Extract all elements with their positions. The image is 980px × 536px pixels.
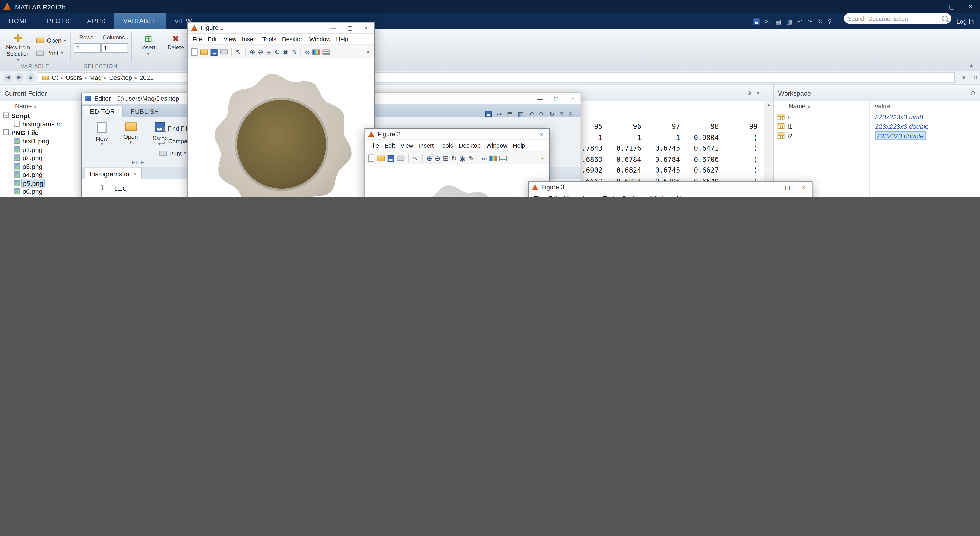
close-document-icon[interactable]: × — [133, 171, 136, 177]
brush-icon[interactable]: ✎ — [468, 154, 474, 162]
forward-button[interactable]: ▶ — [15, 73, 24, 82]
menu-file[interactable]: File — [533, 195, 543, 198]
tab-publish[interactable]: PUBLISH — [123, 106, 167, 118]
ribbon-tab-plots[interactable]: PLOTS — [38, 13, 78, 29]
menu-edit[interactable]: Edit — [208, 36, 218, 43]
link-icon[interactable]: ∞ — [305, 48, 310, 56]
maximize-button[interactable]: ▢ — [548, 95, 565, 102]
workspace-column-headers[interactable]: Name ▴ Value — [774, 101, 980, 111]
tab-histograms-m[interactable]: histograms.m × — [84, 168, 142, 179]
menu-view[interactable]: View — [564, 195, 577, 198]
menu-tools[interactable]: Tools — [439, 142, 453, 149]
menu-insert[interactable]: Insert — [582, 195, 598, 198]
variable-i2[interactable]: i2223x223 double — [774, 131, 980, 140]
print-icon[interactable] — [397, 156, 404, 161]
ribbon-tab-home[interactable]: HOME — [0, 13, 38, 29]
ribbon-tab-variable[interactable]: VARIABLE — [115, 13, 165, 29]
close-button[interactable]: × — [358, 25, 374, 31]
menu-view[interactable]: View — [224, 36, 236, 43]
data-cursor-icon[interactable]: ◉ — [460, 154, 465, 162]
new-document-tab[interactable]: + — [142, 168, 156, 179]
link-icon[interactable]: ∞ — [482, 154, 487, 162]
pointer-icon[interactable]: ↖ — [235, 48, 241, 56]
menu-edit[interactable]: Edit — [385, 142, 395, 149]
breadcrumb[interactable]: C:▸Users▸Mag▸Desktop▸2021 — [38, 72, 955, 83]
close-button[interactable]: × — [795, 184, 812, 190]
minimize-button[interactable]: — — [532, 95, 548, 102]
minimize-button[interactable]: — — [501, 131, 517, 137]
breadcrumb-segment[interactable]: Mag — [89, 74, 102, 81]
rows-input[interactable]: 1 — [74, 43, 100, 53]
menu-edit[interactable]: Edit — [548, 195, 558, 198]
menu-window[interactable]: Window — [486, 142, 508, 149]
rotate-3d-icon[interactable]: ↻ — [451, 154, 457, 162]
collapse-group-icon[interactable]: − — [3, 130, 9, 135]
delete-button[interactable]: ✖ Delete — [161, 33, 190, 51]
toolbar-overflow-icon[interactable]: » — [366, 49, 371, 55]
rotate-3d-icon[interactable]: ↻ — [274, 48, 280, 56]
menu-file[interactable]: File — [192, 36, 202, 43]
breadcrumb-segment[interactable]: Desktop — [109, 74, 132, 81]
new-document-icon[interactable] — [191, 48, 197, 56]
brush-icon[interactable]: ✎ — [291, 48, 297, 56]
menu-help[interactable]: Help — [677, 195, 689, 198]
menu-desktop[interactable]: Desktop — [623, 195, 644, 198]
search-documentation-box[interactable]: Search Documentation — [844, 13, 951, 24]
close-panel-icon[interactable]: × — [756, 89, 760, 96]
undock-icon[interactable]: ⊙ — [748, 89, 751, 96]
menu-desktop[interactable]: Desktop — [282, 36, 304, 43]
figure2-titlebar[interactable]: Figure 2 — ▢ × — [365, 129, 549, 140]
data-cursor-icon[interactable]: ◉ — [283, 48, 288, 56]
menu-desktop[interactable]: Desktop — [459, 142, 480, 149]
address-dropdown-icon[interactable]: ▾ — [960, 74, 968, 81]
ribbon-tab-apps[interactable]: APPS — [78, 13, 115, 29]
breadcrumb-segment[interactable]: C: — [52, 74, 58, 81]
minimize-button[interactable]: — — [326, 25, 342, 31]
cut-icon[interactable]: ✂ — [497, 110, 502, 118]
menu-help[interactable]: Help — [513, 142, 525, 149]
pan-icon[interactable]: ⊞ — [443, 154, 449, 162]
maximize-button[interactable]: ▢ — [942, 3, 961, 10]
menu-file[interactable]: File — [369, 142, 379, 149]
menu-view[interactable]: View — [401, 142, 413, 149]
print-icon[interactable] — [220, 49, 228, 54]
insert-legend-icon[interactable] — [322, 49, 330, 54]
minimize-button[interactable]: — — [924, 3, 942, 10]
pan-icon[interactable]: ⊞ — [266, 48, 272, 56]
paste-icon[interactable]: ▥ — [518, 110, 524, 118]
open-variable-button[interactable]: Open ▾ — [36, 36, 66, 45]
save-icon[interactable] — [211, 48, 218, 55]
back-button[interactable]: ◀ — [4, 73, 13, 82]
login-button[interactable]: Log In — [956, 13, 980, 29]
zoom-in-icon[interactable]: ⊕ — [250, 48, 255, 56]
pointer-icon[interactable]: ↖ — [412, 154, 418, 162]
toolbar-overflow-icon[interactable]: » — [541, 155, 546, 161]
refresh-icon[interactable]: ↻ — [549, 110, 554, 118]
insert-colorbar-icon[interactable] — [489, 155, 497, 161]
print-variable-button[interactable]: Print ▾ — [36, 48, 63, 57]
insert-legend-icon[interactable] — [499, 155, 507, 161]
columns-input[interactable]: 1 — [101, 43, 128, 53]
breadcrumb-segment[interactable]: Users — [65, 74, 82, 81]
zoom-out-icon[interactable]: ⊖ — [258, 48, 263, 56]
maximize-button[interactable]: ▢ — [780, 184, 796, 190]
help-icon[interactable]: ? — [828, 18, 831, 25]
menu-insert[interactable]: Insert — [242, 36, 257, 43]
undo-icon[interactable]: ↶ — [529, 110, 534, 118]
figure3-titlebar[interactable]: Figure 3 — ▢ × — [529, 182, 812, 193]
insert-button[interactable]: ⊞ Insert ▾ — [134, 33, 162, 57]
variable-i[interactable]: i223x223x3 uint8 — [774, 112, 980, 121]
scroll-up-icon[interactable]: ▲ — [764, 102, 773, 108]
minimize-button[interactable]: — — [763, 184, 780, 190]
dock-icon[interactable]: ⊙ — [568, 110, 573, 118]
close-button[interactable]: × — [565, 95, 581, 102]
undo-icon[interactable]: ↶ — [797, 18, 802, 25]
maximize-button[interactable]: ▢ — [342, 25, 358, 31]
menu-window[interactable]: Window — [309, 36, 331, 43]
new-document-icon[interactable] — [368, 154, 374, 162]
address-search-icon[interactable]: ↻ — [970, 74, 980, 81]
redo-icon[interactable]: ↷ — [807, 18, 813, 25]
paste-icon[interactable]: ▥ — [786, 18, 792, 25]
up-folder-button[interactable]: ▲ — [26, 73, 35, 82]
print-button[interactable]: Print ▾ — [159, 149, 186, 158]
